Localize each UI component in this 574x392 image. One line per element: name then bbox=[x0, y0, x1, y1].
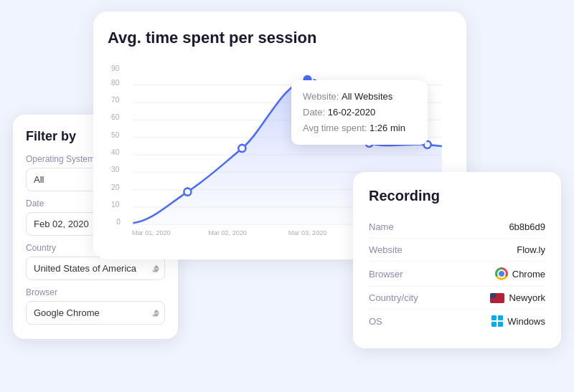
rec-val-name: 6b8b6d9 bbox=[509, 221, 545, 232]
tooltip-avg-value: 1:26 min bbox=[370, 123, 405, 133]
svg-text:Mar 03, 2020: Mar 03, 2020 bbox=[288, 229, 327, 236]
svg-text:80: 80 bbox=[111, 79, 120, 87]
recording-card: Recording Name 6b8b6d9 Website Flow.ly B… bbox=[353, 172, 561, 348]
win-sq-2 bbox=[498, 315, 503, 320]
chart-point-1[interactable] bbox=[184, 188, 191, 196]
rec-key-browser: Browser bbox=[369, 269, 403, 279]
tooltip-date-label: Date: bbox=[303, 107, 325, 118]
win-sq-1 bbox=[491, 315, 497, 320]
rec-val-website: Flow.ly bbox=[517, 244, 545, 255]
svg-text:Mar 01, 2020: Mar 01, 2020 bbox=[132, 229, 171, 236]
svg-text:70: 70 bbox=[111, 96, 120, 104]
svg-text:40: 40 bbox=[111, 148, 120, 156]
tooltip-avg: Avg time spent: 1:26 min bbox=[303, 120, 416, 136]
country-select[interactable]: United States of America bbox=[26, 257, 165, 280]
rec-key-os: OS bbox=[369, 316, 382, 327]
tooltip-website-value: All Websites bbox=[342, 91, 392, 102]
tooltip-date-value: 16-02-2020 bbox=[328, 107, 376, 118]
browser-select-wrapper[interactable]: Google Chrome bbox=[26, 301, 165, 325]
svg-text:20: 20 bbox=[111, 183, 120, 191]
rec-val-os: Windows bbox=[491, 315, 545, 327]
rec-row-browser: Browser Chrome bbox=[369, 262, 545, 287]
tooltip-avg-label: Avg time spent: bbox=[303, 123, 367, 133]
svg-text:30: 30 bbox=[111, 166, 120, 173]
svg-text:Mar 02, 2020: Mar 02, 2020 bbox=[208, 229, 247, 236]
browser-label: Browser bbox=[26, 287, 165, 297]
country-select-wrapper[interactable]: United States of America bbox=[26, 257, 165, 280]
flag-us-icon bbox=[490, 293, 504, 303]
tooltip-website: Website: All Websites bbox=[303, 89, 416, 105]
chrome-icon bbox=[495, 267, 508, 280]
svg-text:0: 0 bbox=[116, 218, 121, 226]
rec-row-website: Website Flow.ly bbox=[369, 239, 545, 262]
chart-point-2[interactable] bbox=[238, 145, 245, 152]
rec-row-os: OS Windows bbox=[369, 310, 545, 333]
chart-title: Avg. time spent per session bbox=[108, 29, 449, 47]
tooltip-website-label: Website: bbox=[303, 91, 339, 102]
chart-tooltip: Website: All Websites Date: 16-02-2020 A… bbox=[291, 80, 428, 145]
svg-text:90: 90 bbox=[111, 64, 120, 72]
browser-select[interactable]: Google Chrome bbox=[26, 301, 165, 325]
rec-val-country: Newyork bbox=[490, 292, 545, 303]
windows-icon bbox=[491, 315, 503, 327]
rec-key-name: Name bbox=[369, 221, 394, 232]
win-sq-3 bbox=[491, 322, 497, 327]
svg-text:60: 60 bbox=[111, 113, 120, 121]
svg-text:50: 50 bbox=[111, 131, 120, 139]
recording-title: Recording bbox=[369, 188, 545, 204]
win-sq-4 bbox=[498, 322, 503, 327]
rec-key-website: Website bbox=[369, 244, 403, 255]
rec-row-country: Country/city Newyork bbox=[369, 287, 545, 310]
rec-key-country: Country/city bbox=[369, 292, 418, 303]
rec-row-name: Name 6b8b6d9 bbox=[369, 216, 545, 239]
rec-val-browser: Chrome bbox=[495, 267, 545, 280]
svg-text:10: 10 bbox=[111, 201, 120, 209]
tooltip-date: Date: 16-02-2020 bbox=[303, 105, 416, 120]
